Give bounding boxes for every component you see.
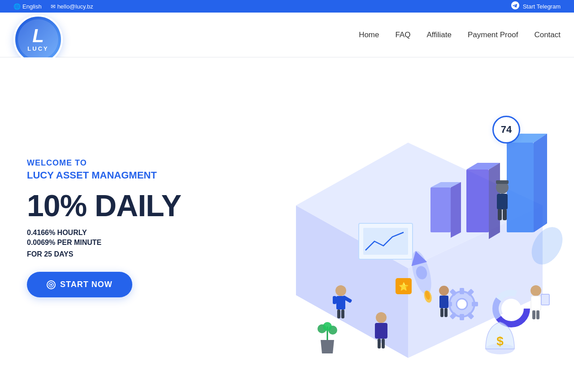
- svg-marker-13: [451, 182, 461, 238]
- nav-contact[interactable]: Contact: [534, 29, 561, 41]
- svg-rect-56: [440, 308, 444, 317]
- logo-circle: L LUCY: [13, 15, 63, 64]
- svg-rect-48: [337, 309, 340, 318]
- svg-rect-53: [382, 339, 385, 348]
- svg-point-58: [531, 285, 541, 296]
- nav-faq[interactable]: FAQ: [395, 29, 410, 41]
- duration: FOR 25 DAYS: [27, 250, 215, 258]
- svg-point-22: [457, 299, 467, 309]
- svg-rect-11: [430, 187, 451, 232]
- svg-rect-42: [498, 209, 502, 220]
- counter-badge: 74: [492, 116, 520, 144]
- welcome-line2: LUCY ASSET MANAGMENT: [27, 170, 215, 181]
- hero-section: WELCOME TO LUCY ASSET MANAGMENT 10% DAIL…: [0, 57, 574, 392]
- svg-point-44: [335, 285, 346, 296]
- hero-illustration: 74: [215, 93, 556, 362]
- logo-letter: L: [32, 26, 44, 45]
- svg-text:⭐: ⭐: [399, 282, 409, 292]
- hero-content: WELCOME TO LUCY ASSET MANAGMENT 10% DAIL…: [27, 158, 215, 297]
- svg-rect-55: [439, 296, 448, 308]
- top-bar: 🌐 English ✉ hello@lucy.bz Start Telegram: [0, 0, 574, 13]
- nav-payment-proof[interactable]: Payment Proof: [468, 29, 518, 41]
- svg-rect-51: [375, 323, 387, 339]
- svg-rect-25: [472, 302, 478, 306]
- isometric-illustration: $ ⭐: [251, 98, 565, 376]
- svg-rect-52: [378, 339, 381, 348]
- telegram-icon: [511, 1, 519, 11]
- minute-rate: 0.0069% PER MINUTE: [27, 239, 215, 247]
- svg-point-1: [50, 284, 52, 286]
- svg-rect-24: [460, 314, 464, 320]
- svg-point-54: [439, 286, 449, 296]
- asset-text: ASSET MANAGMENT: [54, 170, 157, 181]
- svg-rect-40: [496, 180, 509, 184]
- lucy-highlight: LUCY: [27, 170, 54, 181]
- telegram-link[interactable]: Start Telegram: [511, 1, 561, 11]
- svg-point-50: [376, 312, 387, 323]
- main-nav: Home FAQ Affiliate Payment Proof Contact: [359, 29, 561, 41]
- svg-rect-60: [532, 310, 535, 319]
- hourly-rate: 0.4166% HOURLY: [27, 229, 215, 237]
- svg-rect-8: [466, 170, 489, 232]
- start-icon: [47, 280, 56, 289]
- logo[interactable]: L LUCY: [13, 6, 63, 64]
- svg-point-34: [501, 299, 521, 318]
- start-now-label: START NOW: [60, 280, 113, 289]
- counter-value: 74: [501, 124, 512, 135]
- nav-affiliate[interactable]: Affiliate: [427, 29, 452, 41]
- logo-brand-text: LUCY: [27, 45, 48, 52]
- svg-rect-5: [507, 143, 534, 232]
- sub-rates: 0.4166% HOURLY 0.0069% PER MINUTE: [27, 229, 215, 247]
- svg-rect-59: [531, 296, 541, 310]
- svg-rect-15: [363, 228, 408, 255]
- svg-rect-23: [460, 288, 464, 294]
- welcome-line1: WELCOME TO: [27, 158, 215, 168]
- telegram-label: Start Telegram: [523, 3, 561, 10]
- daily-rate: 10% DAILY: [27, 190, 215, 221]
- svg-rect-47: [333, 296, 336, 304]
- svg-rect-41: [497, 194, 508, 209]
- svg-rect-49: [341, 309, 344, 318]
- svg-rect-61: [536, 310, 539, 319]
- svg-rect-43: [503, 209, 507, 220]
- header: L LUCY Home FAQ Affiliate Payment Proof …: [0, 13, 574, 57]
- svg-rect-57: [444, 308, 448, 317]
- svg-point-67: [323, 322, 332, 331]
- svg-rect-62: [541, 294, 549, 305]
- start-now-button[interactable]: START NOW: [27, 272, 132, 297]
- svg-text:$: $: [496, 334, 504, 348]
- nav-home[interactable]: Home: [359, 29, 379, 41]
- svg-marker-63: [321, 340, 334, 353]
- svg-marker-7: [534, 134, 547, 232]
